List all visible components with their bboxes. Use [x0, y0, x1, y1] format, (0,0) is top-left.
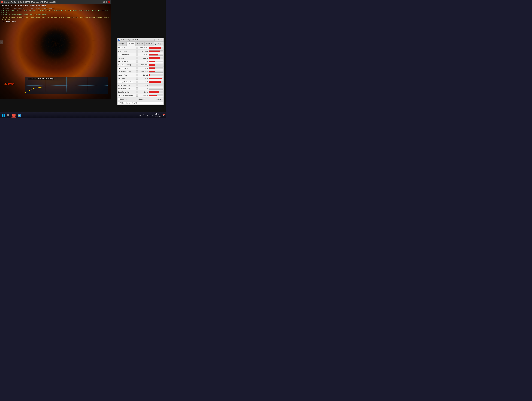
left-arrow[interactable]: › [0, 40, 3, 44]
sensor-dropdown-btn[interactable]: ▾ [136, 57, 138, 59]
furmark-logo-text: ⁂FurMk [4, 82, 19, 85]
tab-graphics-card[interactable]: Graphics Card [118, 42, 127, 46]
gpuz-tabs[interactable]: Graphics Card Sensors Advanced Validatio… [117, 42, 164, 46]
furmark-line5: > GPU 1 (GeForce GTX 1650) - core: 1695M… [1, 16, 111, 21]
gpuz-close-btn[interactable]: ✕ [160, 39, 163, 41]
sensor-name-text: GPU Chip Power Draw [118, 95, 136, 96]
notification-center[interactable]: 2 [162, 114, 165, 116]
tab-sensors[interactable]: Sensors [127, 42, 135, 46]
svg-line-7 [55, 39, 109, 44]
sensor-bar-fill [149, 57, 160, 59]
sensor-dropdown-btn[interactable]: ▾ [136, 71, 138, 73]
sensor-dropdown-btn[interactable]: ▾ [136, 84, 138, 86]
screen-content: F Geeks3D FurMark v1.35.0.0 - 99FPS, GPU… [0, 0, 166, 118]
sensor-row: GPU Temperature ▾ 68.7 °C [117, 53, 164, 56]
sensors-list: GPU Clock ▾ 1680.0 MHz Memory Clock ▾ 15… [117, 46, 164, 97]
menu-btn[interactable]: ≡ [160, 43, 163, 45]
sensor-dropdown-btn[interactable]: ▾ [136, 91, 138, 93]
sensor-value: 1680.0 MHz [138, 47, 149, 49]
sensor-bar-bg [149, 64, 163, 66]
sensor-dropdown-btn[interactable]: ▾ [136, 47, 138, 49]
sensor-bar-bg [149, 61, 163, 62]
sensor-row: GPU Chip Power Draw ▾ 64.8 W [117, 94, 164, 97]
taskbar-explorer-app[interactable]: 📁 [17, 113, 22, 118]
sensor-name-col: Fan 2 Speed (RPM) ▾ [117, 70, 138, 73]
sensor-dropdown-btn[interactable]: ▾ [136, 74, 138, 76]
sensor-name-text: Bus Interface Load [118, 88, 136, 89]
search-button[interactable] [6, 113, 10, 117]
taskbar-clock[interactable]: 15:43 17.02.2024 [154, 113, 161, 117]
network-status[interactable] [139, 114, 141, 116]
sensor-value: 1500.2 MHz [138, 51, 149, 52]
sensor-dropdown-btn[interactable]: ▾ [136, 94, 138, 97]
sensor-dropdown-btn[interactable]: ▾ [136, 87, 138, 90]
sensor-bar-col [149, 50, 164, 53]
sensor-bar-fill [149, 67, 155, 69]
sensor-bar-col [149, 77, 164, 80]
log-to-file-label[interactable]: Log to file [118, 98, 127, 100]
language-indicator[interactable]: РУС [150, 115, 153, 116]
sensor-bar-col [149, 84, 164, 87]
sensor-value: 41 % [138, 67, 149, 69]
screenshot-btn[interactable]: 📷 [154, 43, 157, 45]
notification-badge: 2 [163, 114, 165, 115]
sensor-bar-bg [149, 54, 163, 56]
sound-icon[interactable] [146, 114, 149, 116]
taskbar-furmark-app[interactable]: F [12, 113, 16, 118]
tab-advanced[interactable]: Advanced [135, 42, 145, 46]
sensor-bar-col [149, 53, 164, 56]
sensor-name-text: GPU Load [118, 78, 136, 79]
sensor-bar-col [149, 90, 164, 94]
minimize-button[interactable]: _ [103, 1, 105, 3]
sensor-dropdown-btn[interactable]: ▾ [136, 53, 138, 56]
sensor-name-col: GPU Load ▾ [117, 77, 138, 80]
sensor-name-text: Fan 1 Speed (%) [118, 61, 136, 62]
sensor-bar-fill [149, 64, 155, 66]
gpuz-restore-btn[interactable]: □ [157, 39, 160, 41]
sensor-dropdown-btn[interactable]: ▾ [136, 77, 138, 80]
gpuz-window-controls[interactable]: ─ □ ✕ [154, 39, 163, 41]
gpuz-icon: Z [118, 39, 120, 41]
sensor-bar-bg [149, 78, 163, 79]
sensor-value: 98 % [138, 78, 149, 79]
close-button-gpuz[interactable]: Close [156, 98, 163, 100]
gpu-select-dropdown[interactable]: NVIDIA GeForce GTX 1650 [118, 102, 163, 104]
taskbar-right: РУС 15:43 17.02.2024 2 [139, 113, 165, 117]
sensor-name-text: Hot Spot [118, 57, 136, 59]
title-controls[interactable]: _ □ ✕ [103, 1, 110, 3]
sensor-row: Memory Clock ▾ 1500.2 MHz [117, 50, 164, 53]
sensor-name-text: GPU Clock [118, 47, 136, 49]
sensor-row: Fan 1 Speed (RPM) ▾ 1721 RPM [117, 63, 164, 67]
gpuz-minimize-btn[interactable]: ─ [154, 39, 157, 41]
furmark-line2: Frames:55995 - time:00:09:24 - FPS:99 (m… [1, 7, 111, 9]
sensor-dropdown-btn[interactable]: ▾ [136, 50, 138, 52]
sensor-dropdown-btn[interactable]: ▾ [136, 60, 138, 63]
reset-button[interactable]: Reset [138, 98, 145, 100]
refresh-btn[interactable]: ↻ [157, 43, 160, 45]
svg-line-25 [55, 44, 103, 68]
sensor-bar-col [149, 73, 164, 77]
svg-line-16 [3, 26, 55, 44]
sensor-name-col: Video Engine Load ▾ [117, 84, 138, 87]
taskbar-apps[interactable]: F 📁 [12, 113, 22, 118]
maximize-button[interactable]: □ [106, 1, 108, 3]
sensor-name-col: Bus Interface Load ▾ [117, 87, 138, 90]
sensor-bar-bg [149, 71, 163, 73]
sensor-dropdown-btn[interactable]: ▾ [136, 64, 138, 66]
gpuz-tab-icons[interactable]: 📷 ↻ ≡ [154, 42, 163, 46]
sensor-dropdown-btn[interactable]: ▾ [136, 67, 138, 70]
sensor-bar-col [149, 80, 164, 84]
tab-validation[interactable]: Validation [145, 42, 154, 46]
furmark-line1: FurMark v1.35.0.0 - Burn-in test, 1280x7… [1, 5, 111, 7]
start-button[interactable] [1, 113, 6, 118]
sensor-row: Video Engine Load ▾ 0 % [117, 84, 164, 87]
log-to-file-checkbox[interactable] [118, 98, 120, 100]
sensor-value: 68.7 °C [138, 54, 149, 55]
sensor-dropdown-btn[interactable]: ▾ [136, 81, 138, 83]
sensor-name-col: GPU Clock ▾ [117, 46, 138, 50]
sensor-bar-fill [149, 78, 162, 79]
svg-rect-43 [140, 115, 140, 116]
tray-icons[interactable] [143, 114, 145, 116]
sensor-row: Hot Spot ▾ 81.9 °C [117, 56, 164, 60]
close-button[interactable]: ✕ [108, 1, 110, 3]
